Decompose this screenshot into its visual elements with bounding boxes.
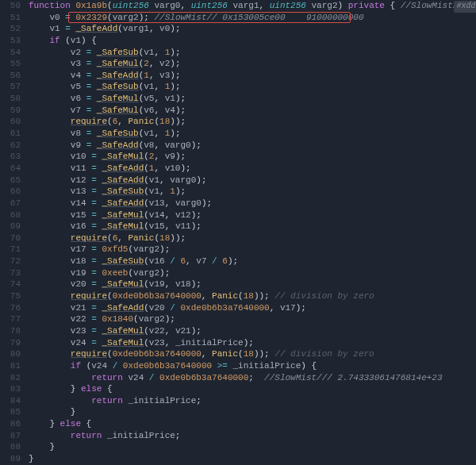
code-line[interactable]: } [29, 453, 476, 465]
token-id: v19 [149, 279, 165, 289]
token-id: varg2 [306, 1, 338, 10]
code-line[interactable]: v21 = _SafeAdd(v20 / 0xde0b6b3a7640000, … [29, 302, 476, 314]
token-id [212, 361, 217, 371]
token-type: uint256 [191, 1, 228, 10]
code-line[interactable]: v10 = _SafeMul(2, v9); [29, 151, 476, 163]
token-num: 18 [159, 233, 170, 243]
token-pn: ); [228, 256, 238, 266]
token-call: _SafeMul [102, 152, 144, 161]
token-id: v1 [144, 48, 154, 57]
code-line[interactable]: v7 = _SafeMul(v6, v4); [29, 105, 476, 117]
code-line[interactable]: require(6, Panic(18)); [29, 116, 476, 128]
token-id: v5 [71, 82, 86, 91]
token-pn: ( [117, 24, 123, 33]
token-id [91, 48, 97, 57]
token-pn: ); [202, 198, 212, 208]
token-num: 0xde0b6b3a7640000 [113, 349, 202, 359]
code-line[interactable]: v23 = _SafeMul(v22, v21); [29, 325, 476, 337]
code-line[interactable]: v8 = _SafeSub(v1, 1); [29, 128, 476, 140]
token-pn: ( [107, 349, 113, 359]
code-line[interactable]: return _initialPrice; [29, 395, 476, 407]
token-op: >= [217, 361, 228, 371]
token-id: v1 [144, 82, 154, 91]
code-line[interactable]: } else { [29, 418, 476, 430]
code-line[interactable]: v16 = _SafeMul(v15, v11); [29, 221, 476, 232]
line-number: 76 [0, 302, 21, 314]
code-line[interactable]: require(6, Panic(18)); [29, 232, 476, 244]
code-line[interactable]: } [29, 406, 476, 418]
token-pn: ); [170, 82, 180, 91]
code-line[interactable]: require(0xde0b6b3a7640000, Panic(18)); /… [29, 290, 476, 302]
code-line[interactable]: v20 = _SafeMul(v19, v18); [29, 279, 476, 290]
code-line[interactable]: } else { [29, 383, 476, 395]
token-id: v2 [159, 59, 170, 68]
code-line[interactable]: return _initialPrice; [29, 430, 476, 442]
line-number: 72 [0, 256, 21, 267]
token-pn: ); [191, 221, 202, 231]
code-line[interactable]: v6 = _SafeMul(v5, v1); [29, 93, 476, 105]
code-line[interactable]: v13 = _SafeSub(v1, 1); [29, 186, 476, 198]
token-call: _SafeMul [102, 221, 144, 231]
code-line[interactable]: v11 = _SafeAdd(1, v10); [29, 163, 476, 175]
code-line[interactable]: require(0xde0b6b3a7640000, Panic(18)); /… [29, 348, 476, 360]
token-pn: , [154, 82, 164, 91]
code-line[interactable]: v0 = 0x2329(varg2); //SlowMist// 0x15300… [29, 12, 476, 24]
token-id: v10 [71, 152, 91, 161]
token-pn: ; [248, 373, 264, 382]
token-pn: ( [144, 256, 149, 266]
token-pn: )); [170, 117, 186, 126]
code-line[interactable]: v1 = _SafeAdd(varg1, v0); [29, 23, 476, 35]
token-num: 18 [159, 117, 170, 126]
code-line[interactable]: v18 = _SafeSub(v16 / 6, v7 / 6); [29, 256, 476, 267]
token-pn: ); [191, 140, 202, 150]
token-num: 2 [144, 59, 149, 68]
code-line[interactable]: return v24 / 0xde0b6b3a7640000; //SlowMi… [29, 372, 476, 384]
code-line[interactable]: v15 = _SafeMul(v14, v12); [29, 209, 476, 221]
token-call: _SafeSub [97, 48, 139, 57]
token-pn: ( [144, 303, 149, 313]
code-line[interactable]: v22 = 0x1840(varg2); [29, 313, 476, 325]
token-id: varg0 [149, 1, 181, 10]
code-line[interactable]: v19 = 0xeeb(varg2); [29, 267, 476, 279]
token-id: v14 [71, 198, 91, 208]
code-line[interactable]: v24 = _SafeMul(v23, _initialPrice); [29, 337, 476, 349]
token-pn: ( [107, 291, 113, 301]
token-pn: , [149, 24, 159, 33]
token-id [91, 129, 97, 138]
code-line[interactable]: if (v1) { [29, 35, 476, 47]
token-op: = [91, 326, 97, 336]
token-id: v2 [71, 48, 86, 57]
token-call2: Panic [128, 117, 154, 126]
code-line[interactable]: v14 = _SafeAdd(v13, varg0); [29, 198, 476, 209]
token-id: varg1 [228, 1, 259, 10]
token-id: v14 [149, 210, 165, 220]
code-line[interactable]: v3 = _SafeMul(2, v2); [29, 58, 476, 70]
line-number: 81 [0, 360, 21, 372]
token-num: 0xde0b6b3a7640000 [180, 303, 269, 313]
token-pn: ); [175, 186, 186, 196]
code-line[interactable]: v2 = _SafeSub(v1, 1); [29, 47, 476, 59]
code-area[interactable]: function 0x1a9b(uint256 varg0, uint256 v… [29, 0, 476, 465]
code-line[interactable]: v9 = _SafeAdd(v8, varg0); [29, 140, 476, 152]
token-id: v6 [71, 94, 86, 103]
token-op: = [91, 163, 97, 173]
token-op: = [65, 13, 71, 22]
code-line[interactable]: v17 = 0xfd5(varg2); [29, 244, 476, 256]
line-number: 58 [0, 93, 21, 105]
token-pn: , [165, 221, 175, 231]
code-line[interactable]: } [29, 441, 476, 453]
code-line[interactable]: function 0x1a9b(uint256 varg0, uint256 v… [29, 0, 476, 12]
code-line[interactable]: if (v24 / 0xde0b6b3a7640000 >= _initialP… [29, 360, 476, 372]
token-call: _SafeMul [102, 338, 144, 348]
line-number: 62 [0, 140, 21, 152]
code-line[interactable]: v12 = _SafeAdd(v1, varg0); [29, 175, 476, 186]
code-line[interactable]: v4 = _SafeAdd(1, v3); [29, 70, 476, 82]
token-pn: , [202, 291, 212, 301]
token-pn: ); [170, 24, 180, 33]
code-line[interactable]: v5 = _SafeSub(v1, 1); [29, 81, 476, 93]
token-pn: ( [144, 198, 149, 208]
token-pn: ( [144, 338, 149, 348]
token-pn: , [149, 59, 159, 68]
token-id: v24 [123, 373, 149, 382]
token-type: uint256 [270, 1, 306, 10]
